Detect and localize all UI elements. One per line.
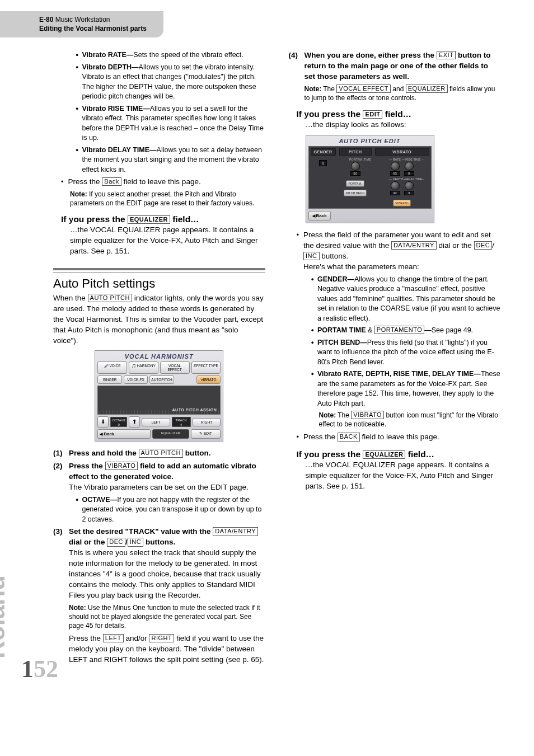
back-field-ref-2: BACK [338,433,360,441]
step-4: (4) When you are done, either press the … [289,50,501,82]
vh-body-panel: AUTO PITCH ASSIGN [97,386,221,415]
vh-vocal-effect-btn: VOCAL EFFECT [160,361,190,374]
ape-gender-col: GENDER 0 [311,148,336,206]
vh-effect-type-btn: EFFECT TYPE [191,361,221,374]
vh-equalizer-btn: EQUALIZER [152,429,189,439]
edit-field-ref: EDIT [363,110,382,119]
ape-pitch-col: PITCH PORTAM. TIME 50 PORTAM. PITCH BEND [339,148,372,206]
ape-depth-knob: — DEPTH — 32 [389,177,401,195]
bullet-vibrato-rate: Vibrato RATE—Sets the speed of the vibra… [76,50,265,60]
inc-button-ref: INC [128,538,143,546]
vh-title: VOCAL HARMONIST [97,353,221,360]
equalizer-field-ref: EQUALIZER [128,215,170,224]
dec-button-ref-2: DEC [474,241,493,250]
step-3: (3) Set the desired "TRACK" value with t… [53,527,265,600]
auto-pitch-edit-screenshot: AUTO PITCH EDIT GENDER 0 PITCH PORTAM. T… [306,135,434,223]
auto-pitch-intro: When the AUTO PITCH indicator lights, on… [53,293,265,346]
bullet-press-back-2: Press the BACK field to leave this page. [289,432,501,443]
heading-auto-pitch-settings: Auto Pitch settings [53,276,265,291]
dataentry-dial-ref: DATA/ENTRY [213,527,258,536]
step3-left-right: Press the LEFT and/or RIGHT field if you… [69,633,265,665]
vh-octave-display: OCTAVE0 [110,417,127,427]
vh-down-arrow-icon: ⬇ [97,416,109,428]
inc-button-ref-2: INC [303,252,319,260]
vh-vibrato-btn: VIBRATO [196,375,221,384]
heading-equalizer-1: If you press the EQUALIZER field… [53,214,265,224]
vh-up-arrow-icon: ⬆ [129,416,140,428]
note-vocal-effect-eq: Note: The VOCAL EFFECT and EQUALIZER fie… [305,84,501,102]
vh-back-btn: Back [97,429,151,439]
bullet-octave: OCTAVE—If you are not happy with the reg… [76,495,265,525]
vh-left-btn: LEFT [142,418,170,426]
ape-delay-knob: –DELAY TIME– 3 [403,177,415,195]
vh-harmony-btn: 🎵 HARMONY [129,361,158,374]
portamento-ref: PORTAMENTO [374,326,424,334]
ape-pitchbend-toggle: PITCH BEND [344,190,367,196]
step-1: (1) Press and hold the AUTO PITCH button… [53,448,265,459]
ape-gender-val: 0 [319,160,327,166]
ape-title: AUTO PITCH EDIT [308,138,432,144]
right-column: (4) When you are done, either press the … [289,50,501,670]
bullet-vibrato-rise: Vibrato RISE TIME—Allows you to set a sw… [76,104,265,143]
heading-edit-field: If you press the EDIT field… [289,109,501,119]
vh-right-btn: RIGHT [193,418,221,426]
bullet-press-back: Press the Back field to leave this page. [53,177,265,187]
ape-rise-knob: – RISE TIME – 0 [403,158,415,176]
bullet-portam: PORTAM TIME & PORTAMENTO—See page 49. [311,326,501,336]
ape-vibrato-toggle: VIBRATO [393,200,411,206]
ape-portam-knob: PORTAM. TIME 50 [349,158,362,176]
dataentry-dial-ref-2: DATA/ENTRY [391,241,437,250]
vh-voice-btn: 🎤 VOICE [97,361,127,374]
vh-autopitch-btn: AUTOPITCH [149,375,174,384]
brand-logo: Roland [0,575,10,659]
ape-vibrato-col: VIBRATO — RATE — 93 – RISE TIME – 0 [375,148,429,206]
vh-singer-btn: SINGER [97,375,122,384]
ape-portam-toggle: PORTAM. [346,180,364,187]
left-column: Vibrato RATE—Sets the speed of the vibra… [53,50,265,670]
autopitch-indicator-ref: AUTO PITCH [88,294,132,302]
vh-track-display: TRACK4 [172,417,191,427]
vh-edit-btn: ✎ EDIT [191,429,221,439]
section-divider [53,268,265,273]
vocal-harmonist-screenshot: VOCAL HARMONIST 🎤 VOICE 🎵 HARMONY VOCAL … [95,350,223,442]
bullet-vibrato-depth: Vibrato DEPTH—Allows you to set the vibr… [76,63,265,102]
edit-body: …the display looks as follows: [289,120,501,130]
exit-button-ref: EXIT [437,51,456,59]
note-preset-reset: Note: If you select another preset, the … [70,190,265,208]
step-2: (2) Press the VIBRATO field to add an au… [53,461,265,493]
right-field-ref: RIGHT [149,634,174,642]
vh-voicefx-btn: VOICE-FX [124,375,148,384]
note-vibrato-light: Note: The VIBRATO button icon must "ligh… [311,411,501,429]
page-number: 152 [21,655,58,683]
dec-button-ref: DEC [107,538,125,546]
equalizer-body-1: …the VOCAL EQUALIZER page appears. It co… [53,225,265,257]
equalizer-field-ref-3: EQUALIZER [363,450,405,459]
vocal-effect-field-ref: VOCAL EFFECT [336,84,391,93]
back-field-ref: Back [102,177,121,186]
vibrato-button-ref: VIBRATO [351,411,384,419]
equalizer-body-2: …the VOCAL EQUALIZER page appears. It co… [289,460,501,492]
left-field-ref: LEFT [103,634,124,642]
autopitch-button-ref: AUTO PITCH [139,449,183,457]
note-minus-one: Note: Use the Minus One function to mute… [69,603,265,631]
ape-back-btn: Back [308,211,331,220]
bullet-gender: GENDER—Allows you to change the timbre o… [311,275,501,324]
bullet-vibrato-4params: Vibrato RATE, DEPTH, RISE TIME, DELAY TI… [311,369,501,408]
ape-rate-knob: — RATE — 93 [389,158,401,176]
bullet-pitchbend: PITCH BEND—Press this field (so that it … [311,338,501,368]
heading-equalizer-2: If you press the EQUALIZER field… [289,449,501,459]
vibrato-field-ref: VIBRATO [105,462,138,470]
bullet-edit-param: Press the field of the parameter you wan… [289,230,501,273]
equalizer-field-ref-2: EQUALIZER [406,84,448,93]
bullet-vibrato-delay: Vibrato DELAY TIME—Allows you to set a d… [76,145,265,175]
